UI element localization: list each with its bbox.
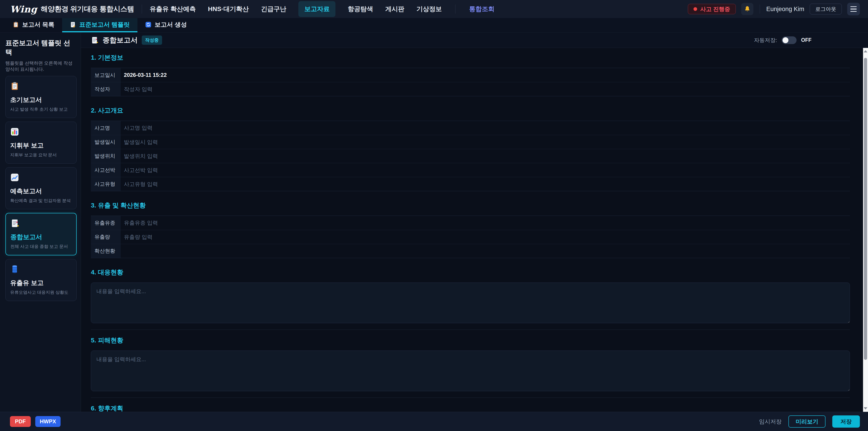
incident-vessel-input[interactable]: [121, 163, 850, 177]
sidebar-subtitle: 템플릿을 선택하면 오른쪽에 작성 양식이 표시됩니다.: [5, 60, 76, 72]
nav-item-air-search[interactable]: 항공탐색: [348, 5, 373, 13]
template-name: 종합보고서: [10, 233, 72, 241]
author-input[interactable]: [121, 82, 850, 96]
tab-label: 보고서 생성: [155, 21, 187, 29]
table-row: 발생위치: [91, 149, 850, 163]
section-heading-damage-status: 5. 피해현황: [91, 336, 850, 345]
autosave-control: 자동저장: OFF: [754, 36, 811, 44]
spill-status-table: 유출유종 유출량 확산현황: [91, 216, 850, 258]
template-name: 초기보고서: [10, 96, 72, 104]
hamburger-icon: [850, 6, 857, 7]
spill-amount-input[interactable]: [121, 230, 850, 244]
tab-label: 표준보고서 템플릿: [79, 21, 130, 29]
row-value: [121, 177, 850, 191]
incident-name-input[interactable]: [121, 121, 850, 135]
body-area: 표준보고서 템플릿 선택 템플릿을 선택하면 오른쪽에 작성 양식이 표시됩니다…: [0, 33, 868, 412]
table-row: 발생일시: [91, 135, 850, 149]
basic-info-table: 보고일시 작성자: [91, 68, 850, 96]
row-value: [121, 244, 850, 258]
incident-status-badge[interactable]: 사고 진행중: [688, 4, 736, 14]
report-header: 종합보고서 작성중 자동저장: OFF: [81, 33, 868, 48]
nav-item-weather[interactable]: 기상정보: [416, 5, 442, 13]
toggle-knob: [782, 37, 788, 43]
scroll-up-arrow[interactable]: [863, 48, 868, 55]
row-label: 확산현황: [91, 244, 121, 258]
user-name: Eunjeong Kim: [766, 6, 804, 13]
save-button[interactable]: 저장: [832, 415, 860, 428]
incident-badge-label: 사고 진행중: [700, 5, 730, 13]
scroll-down-arrow[interactable]: [863, 405, 868, 412]
autosave-state: OFF: [801, 37, 811, 43]
hamburger-menu-button[interactable]: [847, 3, 860, 16]
logout-button[interactable]: 로그아웃: [810, 4, 842, 14]
report-form: 1. 기본정보 보고일시 작성자: [81, 48, 868, 412]
triangle-up-icon: [864, 50, 867, 53]
section-heading-future-plan: 6. 향후계획: [91, 404, 850, 412]
template-card-comprehensive-report[interactable]: 종합보고서 전체 사고 대응 종합 보고 문서: [5, 213, 76, 255]
preview-button[interactable]: 미리보기: [788, 415, 826, 428]
occurrence-datetime-input[interactable]: [121, 135, 850, 149]
response-status-textarea[interactable]: [91, 282, 850, 323]
template-card-initial-report[interactable]: 초기보고서 사고 발생 직후 초기 상황 보고: [5, 76, 76, 118]
status-badge: 작성중: [142, 35, 162, 45]
template-card-command-report[interactable]: 지휘부 보고 지휘부 보고용 요약 문서: [5, 122, 76, 164]
template-name: 지휘부 보고: [10, 141, 72, 150]
memo-icon: [91, 36, 98, 44]
template-name: 유출유 보고: [10, 279, 72, 287]
report-title: 종합보고서: [103, 35, 138, 45]
divider: [455, 4, 456, 13]
scrollbar-thumb[interactable]: [864, 58, 867, 360]
tab-report-generate[interactable]: 보고서 생성: [137, 18, 195, 32]
oil-drum-icon: [10, 265, 19, 274]
row-value: [121, 216, 850, 230]
report-datetime-input[interactable]: [121, 68, 850, 82]
incident-type-input[interactable]: [121, 177, 850, 191]
section-divider: [91, 330, 850, 330]
notification-button[interactable]: [741, 3, 753, 15]
red-dot-icon: [693, 7, 697, 11]
template-desc: 유류오염사고 대응지원 상황도: [10, 289, 72, 296]
nav-item-emergency-rescue[interactable]: 긴급구난: [261, 5, 286, 13]
row-label: 유출량: [91, 230, 121, 244]
template-card-oil-spill-report[interactable]: 유출유 보고 유류오염사고 대응지원 상황도: [5, 259, 76, 301]
oil-type-input[interactable]: [121, 216, 850, 230]
export-pdf-button[interactable]: PDF: [10, 416, 31, 427]
autosave-toggle[interactable]: [782, 36, 797, 44]
row-value: [121, 68, 850, 82]
row-label: 발생일시: [91, 135, 121, 149]
action-footer: PDF HWPX 임시저장 미리보기 저장: [0, 412, 868, 431]
nav-item-hns-air-diffusion[interactable]: HNS·대기확산: [208, 5, 249, 13]
occurrence-location-input[interactable]: [121, 149, 850, 163]
app-window: Wing 해양환경 위기대응 통합시스템 유출유 확산예측 HNS·대기확산 긴…: [0, 0, 868, 431]
brand: Wing 해양환경 위기대응 통합시스템: [10, 4, 134, 14]
section-heading-spill-status: 3. 유출 및 확산현황: [91, 201, 850, 210]
section-heading-incident-overview: 2. 사고개요: [91, 106, 850, 115]
tab-label: 보고서 목록: [22, 21, 55, 29]
bar-chart-icon: [10, 127, 19, 136]
row-label: 사고유형: [91, 177, 121, 191]
row-value: [121, 121, 850, 135]
template-sidebar: 표준보고서 템플릿 선택 템플릿을 선택하면 오른쪽에 작성 양식이 표시됩니다…: [0, 33, 81, 412]
main-panel: 종합보고서 작성중 자동저장: OFF 1. 기본정보 보고일시: [81, 33, 868, 412]
template-card-prediction-report[interactable]: 예측보고서 확산예측 결과 및 민감자원 분석: [5, 167, 76, 209]
nav-item-integrated-search[interactable]: 통합조회: [469, 5, 494, 13]
nav-item-oil-spill-prediction[interactable]: 유출유 확산예측: [150, 5, 196, 13]
incident-overview-table: 사고명 발생일시 발생위치: [91, 121, 850, 191]
temp-save-button[interactable]: 임시저장: [759, 418, 782, 425]
trend-chart-icon: [10, 173, 19, 182]
sidebar-title: 표준보고서 템플릿 선택: [5, 38, 76, 57]
table-row: 작성자: [91, 82, 850, 96]
table-row: 사고유형: [91, 177, 850, 191]
vertical-scrollbar[interactable]: [863, 48, 868, 412]
clipboard-icon: [10, 82, 19, 91]
damage-status-textarea[interactable]: [91, 350, 850, 391]
nav-item-board[interactable]: 게시판: [385, 5, 404, 13]
row-value: [121, 163, 850, 177]
diffusion-status-input[interactable]: [121, 244, 850, 258]
section-heading-basic-info: 1. 기본정보: [91, 53, 850, 62]
export-hwpx-button[interactable]: HWPX: [35, 416, 61, 427]
tab-report-list[interactable]: 보고서 목록: [5, 18, 62, 32]
tab-standard-template[interactable]: 표준보고서 템플릿: [62, 18, 138, 32]
row-label: 보고일시: [91, 68, 121, 82]
nav-item-report-data[interactable]: 보고자료: [298, 1, 336, 17]
